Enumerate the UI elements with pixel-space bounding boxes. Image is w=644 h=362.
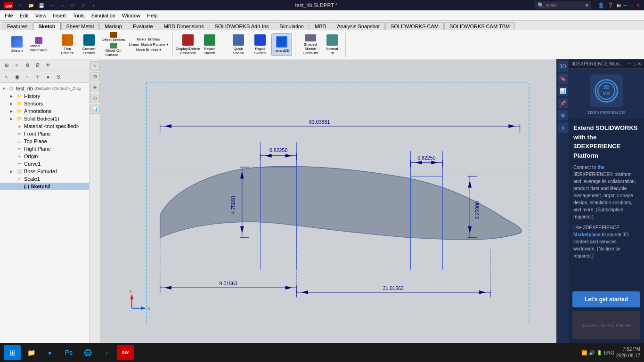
redo-btn[interactable]: ↪ xyxy=(57,1,67,9)
tab-mbd[interactable]: MBD xyxy=(310,22,331,30)
rs-pin-icon[interactable]: 📌 xyxy=(558,98,568,108)
instant2d-btn[interactable]: Instant2D xyxy=(271,33,292,56)
user-icon[interactable]: 👤 xyxy=(598,2,604,8)
rs-settings-icon[interactable]: ⚙ xyxy=(558,110,568,121)
config-mgr-btn[interactable]: ⚙ xyxy=(23,60,32,70)
options-btn[interactable]: ⊞ xyxy=(617,2,621,8)
menu-view[interactable]: View xyxy=(33,12,49,19)
tree-item-curve1[interactable]: 〜 Curve1 xyxy=(0,160,89,168)
tab-evaluate[interactable]: Evaluate xyxy=(128,22,158,30)
rapid-sketch-btn[interactable]: RapidSketch xyxy=(250,33,270,56)
maximize-btn[interactable]: □ xyxy=(630,2,633,8)
tab-sw-cam[interactable]: SOLIDWORKS CAM xyxy=(385,22,444,30)
tree-item-right-plane[interactable]: ▭ Right Plane xyxy=(0,145,89,153)
smart-dimension-btn[interactable]: SmartDimension xyxy=(28,37,49,53)
feature-mgr-btn[interactable]: ⊞ xyxy=(2,60,11,70)
sketch-btn[interactable]: Sketch xyxy=(7,33,27,56)
tree-item-solid-bodies[interactable]: ▶ 📁 Solid Bodies(1) xyxy=(0,115,89,122)
rs-chart-icon[interactable]: 📊 xyxy=(558,86,568,96)
tab-features[interactable]: Features xyxy=(2,22,33,30)
settings-btn[interactable]: ⚙ xyxy=(78,1,88,9)
side-feature-btn[interactable]: ⊞ xyxy=(90,72,100,81)
move-entities-btn[interactable]: Move Entities ▾ xyxy=(127,47,169,52)
side-view-btn[interactable]: 👁 xyxy=(90,83,100,92)
normal-to-btn[interactable]: NormalTo xyxy=(322,33,342,56)
tab-mbd-dim[interactable]: MBD Dimensions xyxy=(159,22,209,30)
tree-root[interactable]: ▼ ⬡ test_rib (Default<<Default>_Disp xyxy=(0,85,89,92)
tree-item-front-plane[interactable]: ▭ Front Plane xyxy=(0,130,89,137)
rs-3d-icon[interactable]: 3D xyxy=(558,61,568,72)
taskbar-chrome[interactable]: ● xyxy=(41,345,58,360)
menu-tools[interactable]: Tools xyxy=(70,12,88,19)
tab-sheet-metal[interactable]: Sheet Metal xyxy=(61,22,99,30)
quick-snaps-btn[interactable]: QuickSnaps xyxy=(228,33,249,56)
rp-minimize-btn[interactable]: ─ xyxy=(628,61,631,66)
repair-sketch-btn[interactable]: RepairSketch xyxy=(199,33,220,56)
start-button[interactable]: ⊞ xyxy=(4,345,21,360)
rp-expand-btn[interactable]: □ xyxy=(633,61,636,66)
tree-item-scale1[interactable]: ⤢ Scale1 xyxy=(0,175,89,183)
rp-platform-link[interactable]: the xyxy=(597,165,604,170)
search-tree-btn[interactable]: ≡ xyxy=(23,72,32,81)
mirror-entities-btn[interactable]: Mirror Entities xyxy=(127,37,169,42)
side-route-btn[interactable]: ⬡ xyxy=(90,94,100,103)
menu-simulation[interactable]: Simulation xyxy=(89,12,118,19)
display-mgr-btn[interactable]: 👁 xyxy=(43,60,53,70)
display-delete-btn[interactable]: Display/DeleteRelations xyxy=(178,33,198,56)
arrow-btn[interactable]: ↖ xyxy=(2,72,11,81)
undo-btn[interactable]: ↩ xyxy=(47,1,57,9)
tab-simulation[interactable]: Simulation xyxy=(275,22,309,30)
tree-item-material[interactable]: ◈ Material <not specified> xyxy=(0,122,89,130)
tree-item-top-plane[interactable]: ▭ Top Plane xyxy=(0,137,89,145)
trim-entities-btn[interactable]: TrimEntities xyxy=(57,33,78,56)
offset-on-surface-btn[interactable]: Offset OnSurface xyxy=(100,42,127,57)
convert-entities-btn[interactable]: ConvertEntities xyxy=(79,33,99,56)
dimxpert-btn[interactable]: Ø xyxy=(33,60,42,70)
rs-info-icon[interactable]: ℹ xyxy=(558,122,568,133)
lets-get-started-button[interactable]: Let's get started xyxy=(572,291,640,307)
tab-markup[interactable]: Markup xyxy=(99,22,127,30)
save-btn[interactable]: 💾 xyxy=(37,1,46,9)
minimize-btn[interactable]: ─ xyxy=(624,2,628,8)
tree-item-origin[interactable]: ✛ Origin xyxy=(0,153,89,160)
rp-close-btn[interactable]: ✕ xyxy=(637,61,641,66)
taskbar-photoshop[interactable]: Ps xyxy=(60,345,77,360)
taskbar-solidworks[interactable]: SW xyxy=(117,345,134,360)
sort-btn[interactable]: ✛ xyxy=(33,72,42,81)
menu-window[interactable]: Window xyxy=(119,12,143,19)
rs-bookmark-icon[interactable]: 🔖 xyxy=(558,73,568,84)
tree-item-history[interactable]: ▶ 📁 History xyxy=(0,92,89,100)
search-input[interactable] xyxy=(546,3,584,8)
offset-entities-btn[interactable]: Offset Entities xyxy=(100,32,127,42)
taskbar-browser[interactable]: 🌐 xyxy=(79,345,96,360)
rebuild-btn[interactable]: ⟳ xyxy=(68,1,77,9)
dropdown-arrow[interactable]: ▾ xyxy=(89,1,98,9)
tree-item-boss-extrude1[interactable]: ▶ ⬜ Boss-Extrude1 xyxy=(0,168,89,175)
tab-sw-addins[interactable]: SOLIDWORKS Add-Ins xyxy=(210,22,274,30)
taskbar-spotify[interactable]: ♪ xyxy=(98,345,115,360)
menu-edit[interactable]: Edit xyxy=(17,12,32,19)
taskbar-file-explorer[interactable]: 📁 xyxy=(23,345,40,360)
close-btn[interactable]: ✕ xyxy=(636,2,640,8)
tab-sw-cam-tbm[interactable]: SOLIDWORKS CAM TBM xyxy=(444,22,515,30)
new-file-btn[interactable]: 🗋 xyxy=(16,1,25,9)
tab-sketch[interactable]: Sketch xyxy=(33,22,60,30)
menu-help[interactable]: Help xyxy=(144,12,161,19)
shaded-contours-btn[interactable]: ShadedSketchContours xyxy=(300,33,321,56)
menu-insert[interactable]: Insert xyxy=(50,12,69,19)
linear-sketch-btn[interactable]: Linear Sketch Pattern ▾ xyxy=(127,42,169,47)
open-file-btn[interactable]: 📂 xyxy=(26,1,36,9)
tree-item-annotations[interactable]: ▶ 📁 Annotations xyxy=(0,107,89,115)
filter-btn[interactable]: ▣ xyxy=(12,72,22,81)
tree-item-sensors[interactable]: ▶ 📁 Sensors xyxy=(0,100,89,107)
side-analysis-btn[interactable]: 📊 xyxy=(90,105,100,114)
property-mgr-btn[interactable]: ≡ xyxy=(12,60,22,70)
letter-btn[interactable]: S xyxy=(54,72,63,81)
side-arrow-btn[interactable]: ↖ xyxy=(90,61,100,71)
tree-item-sketch2[interactable]: ⬚ (-) Sketch2 xyxy=(0,183,89,190)
color-btn[interactable]: ● xyxy=(43,72,53,81)
tab-analysis[interactable]: Analysis Snapshot xyxy=(332,22,385,30)
menu-file[interactable]: File xyxy=(2,12,16,19)
search-dropdown[interactable]: ▾ xyxy=(586,2,588,8)
rp-marketplace-link[interactable]: Marketplace xyxy=(573,232,601,237)
